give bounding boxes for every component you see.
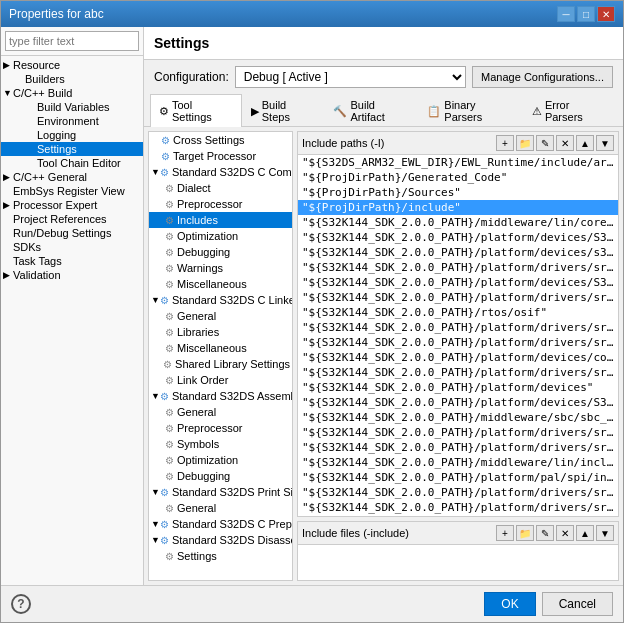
delete-path-button[interactable]: ✕ xyxy=(556,135,574,151)
config-select[interactable]: Debug [ Active ] xyxy=(235,66,466,88)
path-item[interactable]: "${S32K144_SDK_2.0.0_PATH}/platform/devi… xyxy=(298,350,618,365)
left-tree-item[interactable]: ▶C/C++ General xyxy=(1,170,143,184)
path-item[interactable]: "${S32K144_SDK_2.0.0_PATH}/middleware/sb… xyxy=(298,410,618,425)
left-tree-item[interactable]: Settings xyxy=(1,142,143,156)
tool-tree-item[interactable]: ⚙Shared Library Settings xyxy=(149,356,292,372)
manage-configurations-button[interactable]: Manage Configurations... xyxy=(472,66,613,88)
left-tree-item[interactable]: Project References xyxy=(1,212,143,226)
tab-tool-settings[interactable]: ⚙Tool Settings xyxy=(150,94,242,127)
left-tree-item[interactable]: Build Variables xyxy=(1,100,143,114)
tool-tree-item[interactable]: ⚙Optimization xyxy=(149,228,292,244)
tool-tree-item[interactable]: ⚙Link Order xyxy=(149,372,292,388)
tool-tree-item[interactable]: ⚙Debugging xyxy=(149,468,292,484)
cancel-button[interactable]: Cancel xyxy=(542,592,613,616)
edit-file-button[interactable]: ✎ xyxy=(536,525,554,541)
tool-tree-item[interactable]: ⚙General xyxy=(149,404,292,420)
filter-box xyxy=(1,27,143,56)
path-item[interactable]: "${S32K144_SDK_2.0.0_PATH}/middleware/li… xyxy=(298,455,618,470)
add-file-button[interactable]: + xyxy=(496,525,514,541)
close-button[interactable]: ✕ xyxy=(597,6,615,22)
path-item[interactable]: "${S32K144_SDK_2.0.0_PATH}/rtos/osif" xyxy=(298,305,618,320)
path-item[interactable]: "${S32K144_SDK_2.0.0_PATH}/platform/driv… xyxy=(298,335,618,350)
tool-tree-item[interactable]: ▼⚙Standard S32DS Assembler xyxy=(149,388,292,404)
path-item[interactable]: "${ProjDirPath}/Generated_Code" xyxy=(298,170,618,185)
path-item[interactable]: "${S32K144_SDK_2.0.0_PATH}/platform/driv… xyxy=(298,320,618,335)
tool-tree-item[interactable]: ⚙Preprocessor xyxy=(149,420,292,436)
left-tree-item[interactable]: Logging xyxy=(1,128,143,142)
move-down-button[interactable]: ▼ xyxy=(596,135,614,151)
path-item[interactable]: "${S32K144_SDK_2.0.0_PATH}/middleware/li… xyxy=(298,215,618,230)
add-workspace-file-button[interactable]: 📁 xyxy=(516,525,534,541)
path-item[interactable]: "${S32K144_SDK_2.0.0_PATH}/platform/devi… xyxy=(298,380,618,395)
left-tree-item[interactable]: Run/Debug Settings xyxy=(1,226,143,240)
tool-tree-item[interactable]: ⚙Preprocessor xyxy=(149,196,292,212)
path-item[interactable]: "${S32K144_SDK_2.0.0_PATH}/platform/driv… xyxy=(298,290,618,305)
path-item[interactable]: "${ProjDirPath}/include" xyxy=(298,200,618,215)
filter-input[interactable] xyxy=(5,31,139,51)
tool-tree-item[interactable]: ⚙Optimization xyxy=(149,452,292,468)
path-item[interactable]: "${S32K144_SDK_2.0.0_PATH}/platform/pal/… xyxy=(298,470,618,485)
tool-tree-item[interactable]: ▼⚙Standard S32DS Print Size xyxy=(149,484,292,500)
move-up-file-button[interactable]: ▲ xyxy=(576,525,594,541)
tool-tree-item[interactable]: ⚙Miscellaneous xyxy=(149,276,292,292)
path-item[interactable]: "${S32K144_SDK_2.0.0_PATH}/platform/devi… xyxy=(298,245,618,260)
error-parsers-icon: ⚠ xyxy=(532,105,542,118)
add-workspace-button[interactable]: 📁 xyxy=(516,135,534,151)
path-item[interactable]: "${S32K144_SDK_2.0.0_PATH}/platform/driv… xyxy=(298,260,618,275)
tab-build-steps[interactable]: ▶Build Steps xyxy=(242,94,325,127)
left-tree-item[interactable]: ▶Processor Expert xyxy=(1,198,143,212)
tool-tree-item[interactable]: ⚙Libraries xyxy=(149,324,292,340)
tool-tree-item[interactable]: ⚙Miscellaneous xyxy=(149,340,292,356)
tool-tree-item[interactable]: ⚙Symbols xyxy=(149,436,292,452)
path-item[interactable]: "${S32K144_SDK_2.0.0_PATH}/platform/driv… xyxy=(298,425,618,440)
path-item[interactable]: "${S32K144_SDK_2.0.0_PATH}/platform/driv… xyxy=(298,440,618,455)
tool-tree-item[interactable]: ⚙Dialect xyxy=(149,180,292,196)
move-down-file-button[interactable]: ▼ xyxy=(596,525,614,541)
path-item[interactable]: "${S32K144_SDK_2.0.0_PATH}/platform/driv… xyxy=(298,365,618,380)
left-tree-item[interactable]: Environment xyxy=(1,114,143,128)
left-tree-item[interactable]: Tool Chain Editor xyxy=(1,156,143,170)
tool-item-icon: ⚙ xyxy=(165,455,174,466)
path-item[interactable]: "${S32K144_SDK_2.0.0_PATH}/platform/driv… xyxy=(298,485,618,500)
tool-tree-item[interactable]: ▼⚙Standard S32DS C Compiler xyxy=(149,164,292,180)
include-paths-list[interactable]: "${S32DS_ARM32_EWL_DIR}/EWL_Runtime/incl… xyxy=(298,155,618,516)
tool-tree-item[interactable]: ▼⚙Standard S32DS Disassembler xyxy=(149,532,292,548)
path-item[interactable]: "${S32DS_ARM32_EWL_DIR}/EWL_Runtime/incl… xyxy=(298,155,618,170)
left-tree-item[interactable]: EmbSys Register View xyxy=(1,184,143,198)
config-row: Configuration: Debug [ Active ] Manage C… xyxy=(144,60,623,94)
path-item[interactable]: "${ProjDirPath}/Sources" xyxy=(298,185,618,200)
path-item[interactable]: "${S32K144_SDK_2.0.0_PATH}/platform/driv… xyxy=(298,500,618,515)
left-tree-item[interactable]: SDKs xyxy=(1,240,143,254)
tool-tree-item[interactable]: ⚙Cross Settings xyxy=(149,132,292,148)
tool-tree-item[interactable]: ▼⚙Standard S32DS C Preprocessor xyxy=(149,516,292,532)
left-tree-item[interactable]: ▶Resource xyxy=(1,58,143,72)
maximize-button[interactable]: □ xyxy=(577,6,595,22)
tool-tree-item[interactable]: ⚙General xyxy=(149,500,292,516)
left-tree-item[interactable]: ▶Validation xyxy=(1,268,143,282)
tool-tree-item[interactable]: ⚙General xyxy=(149,308,292,324)
edit-path-button[interactable]: ✎ xyxy=(536,135,554,151)
tab-binary-parsers[interactable]: 📋Binary Parsers xyxy=(418,94,523,127)
path-item[interactable]: "${S32K144_SDK_2.0.0_PATH}/platform/devi… xyxy=(298,230,618,245)
tab-error-parsers[interactable]: ⚠Error Parsers xyxy=(523,94,617,127)
left-tree-item[interactable]: Builders xyxy=(1,72,143,86)
minimize-button[interactable]: ─ xyxy=(557,6,575,22)
tool-tree-item[interactable]: ⚙Debugging xyxy=(149,244,292,260)
ok-button[interactable]: OK xyxy=(484,592,535,616)
tool-tree-item[interactable]: ⚙Settings xyxy=(149,548,292,564)
tab-build-artifact[interactable]: 🔨Build Artifact xyxy=(324,94,418,127)
tool-tree-item[interactable]: ⚙Includes xyxy=(149,212,292,228)
title-bar: Properties for abc ─ □ ✕ xyxy=(1,1,623,27)
path-item[interactable]: "${S32K144_SDK_2.0.0_PATH}/platform/devi… xyxy=(298,275,618,290)
add-path-button[interactable]: + xyxy=(496,135,514,151)
tool-tree-item[interactable]: ⚙Target Processor xyxy=(149,148,292,164)
help-icon[interactable]: ? xyxy=(11,594,31,614)
left-tree-item[interactable]: ▼C/C++ Build xyxy=(1,86,143,100)
tool-tree-item[interactable]: ⚙Warnings xyxy=(149,260,292,276)
delete-file-button[interactable]: ✕ xyxy=(556,525,574,541)
move-up-button[interactable]: ▲ xyxy=(576,135,594,151)
path-item[interactable]: "${S32K144_SDK_2.0.0_PATH}/platform/devi… xyxy=(298,395,618,410)
path-item[interactable]: "${S32K144_SDK_2.0.0_PATH}/platform/devi… xyxy=(298,515,618,516)
tool-tree-item[interactable]: ▼⚙Standard S32DS C Linker xyxy=(149,292,292,308)
left-tree-item[interactable]: Task Tags xyxy=(1,254,143,268)
